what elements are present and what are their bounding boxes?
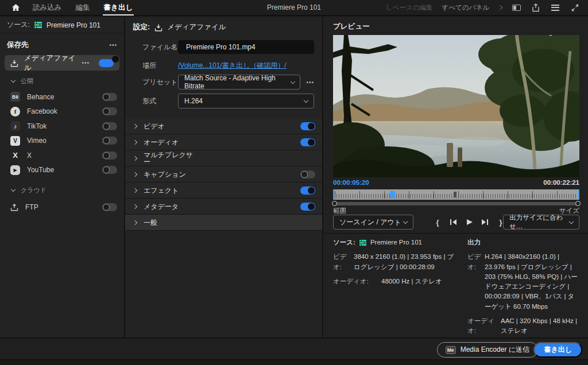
media-info: ソース: Premiere Pro 101 ビデオ: 3840 x 2160 (… <box>333 238 580 351</box>
media-file-more-icon[interactable]: ••• <box>82 60 90 66</box>
video-preview-frame <box>333 35 579 177</box>
current-timecode: 00:00:05:20 <box>333 179 369 186</box>
filename-input[interactable] <box>178 40 314 54</box>
export-button[interactable]: 書き出し <box>533 342 582 358</box>
step-forward-icon[interactable] <box>479 216 491 228</box>
home-icon[interactable] <box>11 3 20 11</box>
media-encoder-icon: Me <box>446 346 456 354</box>
destination-facebook[interactable]: f Facebook <box>0 104 124 119</box>
mark-in-icon[interactable]: { <box>432 216 443 228</box>
destinations-more-icon[interactable]: ••• <box>109 42 117 48</box>
destination-behance[interactable]: Bē Behance <box>0 90 124 104</box>
settings-header: 設定: メディアファイル <box>133 22 226 32</box>
timecode-row: 00:00:05:20 00:00:22:21 <box>333 179 579 186</box>
timeline-scrubber[interactable] <box>333 189 579 200</box>
x-toggle[interactable] <box>102 152 117 160</box>
destination-media-file[interactable]: メディアファイル ••• <box>5 55 119 71</box>
mode-tabs: 読み込み 編集 書き出し <box>33 3 133 13</box>
metadata-toggle[interactable] <box>300 203 315 211</box>
video-toggle[interactable] <box>300 122 315 130</box>
effects-toggle[interactable] <box>300 187 315 195</box>
chevron-down-icon <box>11 187 16 192</box>
section-label: メタデータ <box>144 203 199 210</box>
media-encoder-button-label: Media Encoder に送信 <box>461 345 529 355</box>
play-icon[interactable] <box>463 216 475 228</box>
range-out-handle[interactable] <box>575 201 581 206</box>
audio-toggle[interactable] <box>300 138 315 146</box>
ftp-upload-icon <box>10 203 18 211</box>
chevron-down-icon <box>569 219 574 223</box>
playhead[interactable] <box>390 191 395 198</box>
vimeo-toggle[interactable] <box>102 137 117 145</box>
source-info-label: ソース: <box>333 238 355 247</box>
facebook-toggle[interactable] <box>102 107 117 115</box>
app-bottom-strip <box>0 359 588 365</box>
tab-import[interactable]: 読み込み <box>33 3 62 13</box>
send-to-media-encoder-button[interactable]: Me Media Encoder に送信 <box>437 342 538 358</box>
destination-vimeo[interactable]: V Vimeo <box>0 134 124 149</box>
ftp-toggle[interactable] <box>102 203 117 211</box>
youtube-toggle[interactable] <box>102 166 117 174</box>
size-dropdown[interactable]: 出力サイズに合わせ… <box>503 215 579 230</box>
destination-youtube[interactable]: ▶ YouTube <box>0 163 124 178</box>
tab-export[interactable]: 書き出し <box>104 3 133 13</box>
chevron-right-icon <box>133 156 137 160</box>
cloud-section-header[interactable]: クラウド <box>11 186 47 195</box>
output-info-column: 出力 ビデオ: H.264 | 3840x2160 (1.0) | 23.976… <box>467 238 580 351</box>
tiktok-icon: ♪ <box>10 121 20 131</box>
range-dropdown[interactable]: ソースイン / アウト <box>333 215 413 230</box>
destination-ftp[interactable]: FTP <box>0 200 124 215</box>
section-captions[interactable]: キャプション <box>125 166 322 182</box>
preview-panel: プレビュー <box>323 17 588 337</box>
workspace-panel-icon[interactable] <box>511 3 521 12</box>
behance-icon: Bē <box>10 92 20 102</box>
preset-more-icon[interactable]: ••• <box>306 79 314 86</box>
behance-toggle[interactable] <box>102 93 117 101</box>
chevron-right-icon <box>133 139 137 144</box>
destinations-header: 保存先 ••• <box>7 38 117 51</box>
tiktok-toggle[interactable] <box>102 122 117 130</box>
workspace-overflow-chevron-icon[interactable] <box>498 5 502 10</box>
output-info-header: 出力 <box>467 238 481 247</box>
chevron-down-icon <box>11 78 16 83</box>
chevron-right-icon <box>133 220 137 224</box>
step-back-icon[interactable] <box>448 216 459 228</box>
total-timecode: 00:00:22:21 <box>543 179 579 186</box>
media-file-toggle[interactable] <box>99 59 114 67</box>
section-label: 一般 <box>144 219 199 226</box>
publish-section-header[interactable]: 公開 <box>11 77 33 86</box>
ftp-label: FTP <box>25 203 38 211</box>
info-divider <box>323 233 588 234</box>
destination-x[interactable]: X X <box>0 148 124 163</box>
location-label: 場所 <box>142 61 178 71</box>
section-metadata[interactable]: メタデータ <box>125 199 322 215</box>
range-value: ソースイン / アウト <box>339 218 401 227</box>
save-file-icon <box>10 59 18 67</box>
destination-label: Facebook <box>27 107 57 115</box>
destination-tiktok[interactable]: ♪ TikTok <box>0 119 124 134</box>
output-audio-value: AAC | 320 Kbps | 48 kHz | ステレオ <box>501 316 580 336</box>
section-video[interactable]: ビデオ <box>125 118 322 134</box>
format-dropdown[interactable]: H.264 <box>178 94 314 108</box>
workspace-label-dim[interactable]: しベースの編集 <box>386 3 433 12</box>
tab-edit[interactable]: 編集 <box>76 3 90 13</box>
chevron-down-icon <box>304 98 308 102</box>
section-audio[interactable]: オーディオ <box>125 134 322 150</box>
section-multiplexer[interactable]: マルチプレクサー <box>125 150 322 166</box>
export-queue-icon[interactable] <box>550 3 560 12</box>
section-label: オーディオ <box>144 139 199 146</box>
section-effects[interactable]: エフェクト <box>125 182 322 199</box>
destination-label: Behance <box>27 93 54 101</box>
source-audio-value: 48000 Hz | ステレオ <box>381 277 455 286</box>
quick-share-icon[interactable] <box>531 3 541 12</box>
section-general[interactable]: 一般 <box>125 215 322 231</box>
preset-dropdown[interactable]: Match Source - Adaptive High Bitrate <box>178 75 300 90</box>
range-in-handle[interactable] <box>332 201 337 206</box>
settings-sections-list: ビデオ オーディオ マルチプレクサー キャプション エフェクト <box>125 118 322 231</box>
source-video-value: 3840 x 2160 (1.0) | 23.953 fps | プログレッシブ… <box>354 252 455 272</box>
fullscreen-icon[interactable] <box>570 3 580 12</box>
captions-toggle[interactable] <box>300 170 315 178</box>
range-track[interactable] <box>333 202 579 205</box>
location-link[interactable]: /Volume...101/書き出し（確認用）/ <box>178 61 287 71</box>
workspace-all-panels[interactable]: すべてのパネル <box>442 3 489 12</box>
